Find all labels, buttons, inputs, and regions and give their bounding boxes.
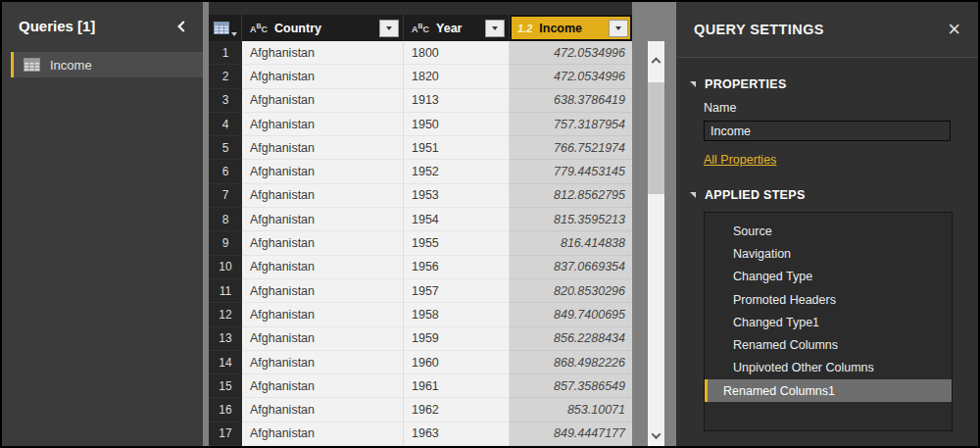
query-item-income[interactable]: Income bbox=[11, 52, 203, 77]
income-cell[interactable]: 815.3595213 bbox=[510, 208, 632, 231]
country-cell[interactable]: Afghanistan bbox=[242, 398, 404, 422]
income-cell[interactable]: 816.414838 bbox=[510, 231, 632, 255]
table-row[interactable]: 9 Afghanistan 1955 816.414838 bbox=[209, 231, 632, 255]
all-properties-link[interactable]: All Properties bbox=[704, 153, 776, 167]
row-number-cell[interactable]: 15 bbox=[209, 374, 242, 398]
table-row[interactable]: 16 Afghanistan 1962 853.10071 bbox=[209, 398, 632, 422]
row-number-cell[interactable]: 4 bbox=[209, 113, 242, 136]
table-row[interactable]: 15 Afghanistan 1961 857.3586549 bbox=[209, 374, 632, 398]
year-cell[interactable]: 1800 bbox=[404, 41, 510, 65]
year-cell[interactable]: 1963 bbox=[404, 423, 510, 446]
country-cell[interactable]: Afghanistan bbox=[242, 160, 404, 183]
filter-dropdown-button[interactable] bbox=[485, 20, 505, 37]
row-number-cell[interactable]: 1 bbox=[209, 41, 242, 65]
properties-section-header[interactable]: PROPERTIES bbox=[690, 77, 962, 91]
table-row[interactable]: 11 Afghanistan 1957 820.8530296 bbox=[209, 279, 632, 303]
year-cell[interactable]: 1956 bbox=[404, 256, 510, 279]
income-cell[interactable]: 868.4982226 bbox=[510, 351, 632, 374]
table-row[interactable]: 8 Afghanistan 1954 815.3595213 bbox=[209, 208, 632, 231]
column-header-year[interactable]: ABC Year bbox=[404, 15, 510, 41]
country-cell[interactable]: Afghanistan bbox=[242, 136, 404, 160]
row-number-cell[interactable]: 8 bbox=[209, 208, 242, 231]
year-cell[interactable]: 1955 bbox=[404, 231, 510, 255]
row-number-cell[interactable]: 16 bbox=[209, 398, 242, 422]
country-cell[interactable]: Afghanistan bbox=[242, 327, 404, 351]
applied-step[interactable]: Source bbox=[705, 220, 952, 242]
row-number-cell[interactable]: 5 bbox=[209, 136, 242, 160]
country-cell[interactable]: Afghanistan bbox=[242, 256, 404, 279]
row-number-cell[interactable]: 12 bbox=[209, 303, 242, 326]
year-cell[interactable]: 1961 bbox=[404, 374, 510, 398]
row-number-cell[interactable]: 10 bbox=[209, 256, 242, 279]
country-cell[interactable]: Afghanistan bbox=[242, 41, 404, 65]
row-number-cell[interactable]: 2 bbox=[209, 65, 242, 88]
column-header-income[interactable]: 1.2 Income bbox=[510, 15, 632, 41]
row-number-cell[interactable]: 3 bbox=[209, 89, 242, 113]
collapse-pane-icon[interactable] bbox=[177, 21, 188, 31]
table-row[interactable]: 7 Afghanistan 1953 812.8562795 bbox=[209, 184, 632, 208]
row-number-cell[interactable]: 6 bbox=[209, 160, 242, 183]
row-number-cell[interactable]: 14 bbox=[209, 351, 242, 374]
row-number-cell[interactable]: 9 bbox=[209, 231, 242, 255]
income-cell[interactable]: 472.0534996 bbox=[510, 65, 632, 88]
applied-step[interactable]: Unpivoted Other Columns bbox=[705, 357, 952, 379]
table-row[interactable]: 14 Afghanistan 1960 868.4982226 bbox=[209, 351, 632, 374]
country-cell[interactable]: Afghanistan bbox=[242, 65, 404, 88]
country-cell[interactable]: Afghanistan bbox=[242, 113, 404, 136]
select-all-button[interactable] bbox=[209, 15, 242, 41]
country-cell[interactable]: Afghanistan bbox=[242, 374, 404, 398]
scrollbar-thumb[interactable] bbox=[648, 82, 664, 194]
column-header-country[interactable]: ABC Country bbox=[242, 15, 404, 41]
table-row[interactable]: 12 Afghanistan 1958 849.7400695 bbox=[209, 303, 632, 326]
income-cell[interactable]: 757.3187954 bbox=[510, 113, 632, 136]
income-cell[interactable]: 853.10071 bbox=[510, 398, 632, 422]
year-cell[interactable]: 1953 bbox=[404, 184, 510, 208]
income-cell[interactable]: 856.2288434 bbox=[510, 327, 632, 351]
row-number-cell[interactable]: 17 bbox=[209, 423, 242, 446]
table-row[interactable]: 10 Afghanistan 1956 837.0669354 bbox=[209, 256, 632, 279]
income-cell[interactable]: 837.0669354 bbox=[510, 256, 632, 279]
year-cell[interactable]: 1959 bbox=[404, 327, 510, 351]
country-cell[interactable]: Afghanistan bbox=[242, 423, 404, 446]
country-cell[interactable]: Afghanistan bbox=[242, 303, 404, 326]
table-row[interactable]: 4 Afghanistan 1950 757.3187954 bbox=[209, 113, 632, 136]
country-cell[interactable]: Afghanistan bbox=[242, 351, 404, 374]
scroll-up-button[interactable] bbox=[648, 51, 664, 68]
applied-steps-section-header[interactable]: APPLIED STEPS bbox=[690, 188, 962, 202]
year-cell[interactable]: 1952 bbox=[404, 160, 510, 183]
income-cell[interactable]: 472.0534996 bbox=[510, 41, 632, 65]
applied-step[interactable]: Changed Type bbox=[705, 266, 952, 288]
income-cell[interactable]: 779.4453145 bbox=[510, 160, 632, 183]
filter-dropdown-button[interactable] bbox=[379, 20, 399, 37]
table-row[interactable]: 5 Afghanistan 1951 766.7521974 bbox=[209, 136, 632, 160]
row-number-cell[interactable]: 7 bbox=[209, 184, 242, 208]
table-row[interactable]: 3 Afghanistan 1913 638.3786419 bbox=[209, 89, 632, 113]
income-cell[interactable]: 849.4447177 bbox=[510, 423, 632, 446]
country-cell[interactable]: Afghanistan bbox=[242, 279, 404, 303]
year-cell[interactable]: 1960 bbox=[404, 351, 510, 374]
year-cell[interactable]: 1951 bbox=[404, 136, 510, 160]
table-row[interactable]: 13 Afghanistan 1959 856.2288434 bbox=[209, 327, 632, 351]
filter-dropdown-button[interactable] bbox=[609, 20, 628, 37]
applied-step[interactable]: Changed Type1 bbox=[705, 311, 952, 333]
country-cell[interactable]: Afghanistan bbox=[242, 208, 404, 231]
income-cell[interactable]: 638.3786419 bbox=[510, 89, 632, 113]
applied-step[interactable]: Renamed Columns bbox=[705, 333, 952, 356]
year-cell[interactable]: 1913 bbox=[404, 89, 510, 113]
year-cell[interactable]: 1954 bbox=[404, 208, 510, 231]
country-cell[interactable]: Afghanistan bbox=[242, 89, 404, 113]
row-number-cell[interactable]: 11 bbox=[209, 279, 242, 303]
close-icon[interactable]: × bbox=[948, 19, 960, 40]
income-cell[interactable]: 849.7400695 bbox=[510, 303, 632, 326]
year-cell[interactable]: 1820 bbox=[404, 65, 510, 88]
country-cell[interactable]: Afghanistan bbox=[242, 231, 404, 255]
year-cell[interactable]: 1950 bbox=[404, 113, 510, 136]
table-row[interactable]: 1 Afghanistan 1800 472.0534996 bbox=[209, 41, 632, 65]
income-cell[interactable]: 857.3586549 bbox=[510, 374, 632, 398]
applied-step[interactable]: Navigation bbox=[705, 242, 952, 265]
year-cell[interactable]: 1957 bbox=[404, 279, 510, 303]
row-number-cell[interactable]: 13 bbox=[209, 327, 242, 351]
scroll-down-button[interactable] bbox=[648, 427, 664, 444]
year-cell[interactable]: 1962 bbox=[404, 398, 510, 422]
vertical-scrollbar[interactable] bbox=[648, 41, 664, 446]
